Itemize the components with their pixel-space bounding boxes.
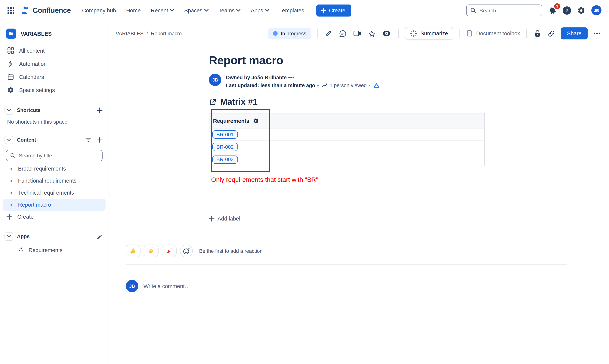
video-button[interactable] [352,29,362,38]
nav-recent[interactable]: Recent [151,7,174,13]
nav-teams[interactable]: Teams [219,7,241,13]
create-button[interactable]: Create [316,4,351,16]
comment-placeholder[interactable]: Write a comment… [143,283,190,289]
sidebar-page-report-macro[interactable]: Report macro [3,199,105,211]
title-search-input[interactable] [19,153,90,158]
breadcrumb-page[interactable]: Report macro [151,31,182,36]
topbar-left: Confluence Company hub Home Recent Space… [5,4,351,16]
app-label: Requirements [28,247,63,253]
help-button[interactable]: ? [563,6,571,14]
watch-eye-icon [382,30,391,37]
requirement-key-lozenge[interactable]: BR-003 [212,155,238,164]
nav-company-hub[interactable]: Company hub [82,7,116,13]
meta-separator: • [369,81,370,89]
apps-title: Apps [17,234,30,239]
main-content: VARIABLES / Report macro In progress [109,21,609,364]
apps-section-header: Apps [0,230,109,243]
nav-home[interactable]: Home [126,7,141,13]
chevron-down-icon [7,235,11,238]
user-avatar-button[interactable]: JB [591,5,601,15]
shortcuts-collapse-button[interactable] [4,106,13,115]
star-icon [368,29,376,37]
bolt-icon [7,60,14,67]
byline-more-button[interactable]: ••• [288,75,295,80]
app-switcher-icon[interactable] [5,5,16,16]
article: Report macro JB Owned by João Brilhante … [109,44,485,222]
gear-icon [7,86,14,93]
nav-label: Templates [279,7,304,13]
sidebar-search[interactable] [6,150,103,161]
reaction-party-button[interactable] [162,245,177,257]
plus-icon [97,137,103,143]
nav-label: Teams [219,7,235,13]
sidebar-page-technical-requirements[interactable]: Technical requirements [0,187,109,199]
avatar: JB [591,5,601,15]
sidebar-item-space-settings[interactable]: Space settings [0,83,109,97]
notifications-button[interactable]: 3 [548,6,557,15]
annotation-text: Only requirements that start with "BR" [211,176,485,184]
sidebar-create-page[interactable]: Create [0,211,109,223]
owner-link[interactable]: João Brilhante [252,75,287,80]
global-search[interactable] [466,4,542,16]
last-updated-text[interactable]: Last updated: less than a minute ago [226,81,315,89]
document-toolbox-button[interactable]: Document toolbox [466,30,520,37]
divider [126,264,567,265]
owner-avatar[interactable]: JB [209,74,221,86]
nav-templates[interactable]: Templates [279,7,304,13]
share-button[interactable]: Share [561,27,588,39]
sidebar-page-functional-requirements[interactable]: Functional requirements [0,175,109,187]
edit-button[interactable] [324,29,333,38]
link-icon [548,29,556,37]
restrictions-button[interactable] [533,29,542,38]
nav-spaces[interactable]: Spaces [184,7,208,13]
reaction-clap-button[interactable] [144,245,158,257]
add-label-button[interactable]: Add label [209,216,240,222]
byline: JB Owned by João Brilhante ••• Last upda… [209,74,485,89]
external-link-icon[interactable] [209,98,217,106]
requirement-key-lozenge[interactable]: BR-002 [212,143,238,151]
breadcrumb-space[interactable]: VARIABLES [116,31,143,36]
summarize-button[interactable]: Summarize [405,27,453,40]
search-input[interactable] [479,7,532,13]
watch-button[interactable] [381,29,392,38]
filter-icon[interactable] [85,137,92,143]
table-row: BR-002 [209,141,484,153]
space-header[interactable]: VARIABLES [0,26,109,44]
comments-button[interactable] [338,29,348,38]
chevron-down-icon [7,109,11,112]
create-page-label: Create [17,214,34,220]
space-name: VARIABLES [21,31,52,37]
owned-by-text: Owned by [226,75,250,80]
app-body: VARIABLES All content Automation Calenda… [0,21,609,364]
more-actions-button[interactable] [593,32,601,35]
status-badge[interactable]: In progress [268,28,311,39]
settings-button[interactable] [577,6,585,14]
nav-apps[interactable]: Apps [251,7,269,13]
divider [317,28,318,38]
analytics-icon[interactable] [373,83,379,88]
edit-apps-button[interactable] [97,234,103,239]
sidebar-item-calendars[interactable]: Calendars [0,70,109,83]
table-settings-gear-icon[interactable] [253,118,259,124]
reaction-thumbs-up-button[interactable] [126,245,141,257]
content-collapse-button[interactable] [4,136,13,144]
copy-link-button[interactable] [547,29,556,38]
requirement-key-lozenge[interactable]: BR-001 [212,130,238,139]
apps-collapse-button[interactable] [4,232,13,241]
add-shortcut-button[interactable] [97,107,103,113]
requirements-table: Requirements BR-001 BR-002 BR-003 [209,113,485,166]
sidebar-item-all-content[interactable]: All content [0,44,109,57]
star-button[interactable] [367,29,376,38]
confluence-logo[interactable]: Confluence [20,5,71,15]
emoji-add-icon [183,247,190,255]
add-reaction-button[interactable] [180,245,193,257]
views-count[interactable]: 1 person viewed [330,81,367,89]
comment-composer[interactable]: JB Write a comment… [126,280,609,292]
sidebar-page-broad-requirements[interactable]: Broad requirements [0,163,109,175]
add-content-button[interactable] [97,137,103,143]
nav-label: Recent [151,7,168,13]
sidebar-item-automation[interactable]: Automation [0,57,109,70]
bullet-icon [11,180,13,182]
sidebar-app-requirements[interactable]: Requirements [0,243,109,257]
sparkle-icon [410,30,417,37]
